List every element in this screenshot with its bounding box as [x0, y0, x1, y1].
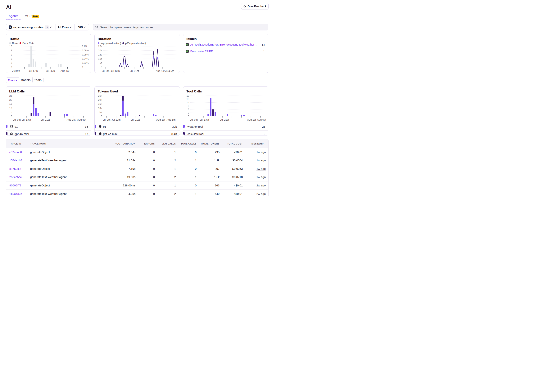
svg-text:25: 25 [9, 94, 12, 97]
svg-text:Jul 9th: Jul 9th [190, 118, 198, 121]
svg-text:Jul 13th: Jul 13th [22, 118, 31, 121]
svg-text:6: 6 [188, 108, 189, 111]
svg-text:12: 12 [186, 101, 189, 104]
svg-text:Jul 9th: Jul 9th [103, 118, 111, 121]
svg-text:25s: 25s [98, 45, 102, 48]
svg-text:20s: 20s [98, 49, 102, 52]
svg-text:12: 12 [9, 49, 12, 52]
svg-text:Jul 13th: Jul 13th [112, 118, 121, 121]
svg-text:10s: 10s [98, 57, 102, 60]
svg-text:Aug 1st: Aug 1st [156, 70, 164, 72]
svg-text:10k: 10k [98, 107, 102, 110]
svg-text:Jul 21st: Jul 21st [41, 118, 50, 121]
svg-text:15k: 15k [98, 102, 102, 105]
svg-text:15: 15 [9, 45, 12, 48]
svg-text:0: 0 [11, 66, 12, 69]
svg-text:0.04%: 0.04% [82, 57, 89, 60]
svg-text:9: 9 [188, 105, 189, 107]
svg-text:0.1%: 0.1% [82, 45, 87, 48]
svg-text:0.08%: 0.08% [82, 49, 89, 52]
svg-text:5s: 5s [100, 62, 102, 64]
svg-text:Jul 13th: Jul 13th [200, 118, 209, 121]
svg-text:0: 0 [101, 66, 102, 69]
svg-text:Aug 5th: Aug 5th [257, 118, 266, 121]
svg-text:15s: 15s [98, 53, 102, 56]
svg-text:5k: 5k [100, 111, 102, 113]
svg-text:Jul 21st: Jul 21st [220, 118, 229, 121]
svg-text:Aug 5th: Aug 5th [165, 70, 174, 72]
svg-text:6: 6 [11, 57, 12, 60]
svg-text:20k: 20k [98, 98, 102, 101]
svg-text:3: 3 [11, 62, 12, 64]
svg-text:Aug 1st: Aug 1st [247, 118, 256, 121]
svg-text:Aug 1st: Aug 1st [67, 118, 75, 121]
svg-text:0: 0 [11, 115, 12, 118]
svg-text:Aug 5th: Aug 5th [77, 118, 86, 121]
svg-text:Jul 9th: Jul 9th [13, 118, 21, 121]
svg-text:Jul 9th: Jul 9th [12, 70, 20, 72]
svg-text:20: 20 [9, 98, 12, 101]
svg-text:5: 5 [11, 111, 12, 113]
svg-text:25k: 25k [98, 94, 102, 97]
svg-text:18: 18 [186, 94, 189, 97]
svg-text:15: 15 [9, 102, 12, 105]
svg-text:0.02%: 0.02% [82, 62, 89, 64]
svg-text:0: 0 [188, 115, 189, 118]
svg-text:Jul 25th: Jul 25th [46, 70, 55, 72]
svg-text:3: 3 [188, 112, 189, 114]
svg-text:Aug 1st: Aug 1st [61, 70, 69, 72]
svg-text:15: 15 [186, 98, 189, 100]
svg-text:Jul 21st: Jul 21st [130, 70, 139, 72]
svg-text:Aug 5th: Aug 5th [167, 118, 176, 121]
svg-text:0: 0 [82, 66, 83, 69]
svg-text:Jul 9th: Jul 9th [102, 70, 110, 72]
svg-text:9: 9 [11, 53, 12, 56]
svg-text:0: 0 [101, 115, 102, 118]
svg-text:Jul 17th: Jul 17th [29, 70, 38, 72]
svg-text:Aug 1st: Aug 1st [156, 118, 165, 121]
svg-text:10: 10 [9, 107, 12, 110]
svg-text:Jul 21st: Jul 21st [131, 118, 140, 121]
svg-text:Jul 13th: Jul 13th [111, 70, 120, 72]
svg-text:0.06%: 0.06% [82, 53, 89, 56]
